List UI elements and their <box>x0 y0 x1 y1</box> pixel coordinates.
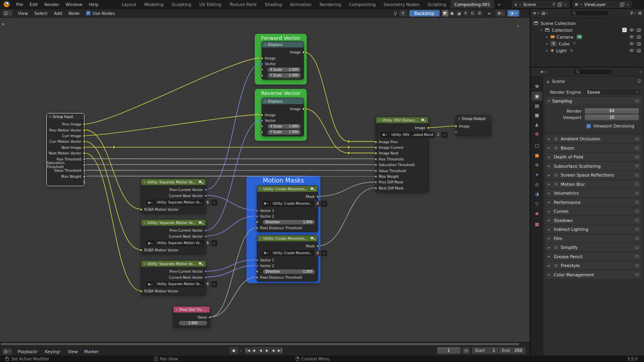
key-next-button[interactable]: ·▶ <box>270 347 277 354</box>
disclosure-closed-icon[interactable]: ▸ <box>545 42 549 45</box>
collapse-chevron-icon[interactable]: ∨ <box>378 119 380 122</box>
panel-freestyle[interactable]: ▸Freestyle <box>545 261 642 269</box>
panel-drag-handle[interactable] <box>635 273 639 276</box>
outliner-item-label[interactable]: Cube <box>559 41 570 46</box>
panel-drag-handle[interactable] <box>635 164 639 168</box>
display-mode-dropdown[interactable]: ▤∨ <box>542 11 549 15</box>
input-socket[interactable] <box>260 57 263 60</box>
workspace-tab-uv-editing[interactable]: UV Editing <box>195 0 225 8</box>
user-count-badge[interactable]: 4 <box>315 250 320 256</box>
workspace-tab-shading[interactable]: Shading <box>261 0 286 8</box>
end-frame-field[interactable]: End 250 <box>499 347 525 354</box>
auto-keying-button[interactable]: ● <box>229 347 238 354</box>
menu-edit[interactable]: Edit <box>27 0 41 8</box>
node-pixel-dist-threshold[interactable]: ∨Pixel Dist ThresholdValue1.000 <box>173 306 210 327</box>
output-socket[interactable] <box>204 229 207 232</box>
number-field-render[interactable]: 64 <box>585 108 639 114</box>
breadcrumb-label[interactable]: Scene <box>552 79 565 84</box>
channel-g-button[interactable]: G <box>469 10 476 16</box>
input-socket[interactable] <box>260 74 263 77</box>
node-displace[interactable]: ∨DisplaceImageImageVectorX Scale1.000Y S… <box>262 98 304 136</box>
close-icon[interactable]: × <box>564 2 567 7</box>
checkbox-unchecked-icon[interactable] <box>554 182 558 186</box>
collapse-chevron-icon[interactable]: ∨ <box>176 308 178 311</box>
panel-drag-handle[interactable] <box>635 146 639 150</box>
menu-render[interactable]: Render <box>41 0 62 8</box>
input-socket[interactable] <box>256 226 258 229</box>
node-header[interactable]: ∨Displace <box>262 98 303 104</box>
output-socket[interactable] <box>83 163 86 166</box>
panel-subsurface-scattering[interactable]: ▸Subsurface Scattering <box>545 162 642 170</box>
disable-in-renders-icon[interactable] <box>637 35 641 39</box>
fake-user-shield-icon[interactable]: ○ <box>321 250 327 256</box>
value-field-x-scale[interactable]: X Scale1.000 <box>268 124 301 129</box>
render-engine-dropdown[interactable]: Eevee ∨ <box>584 88 641 95</box>
menu-select[interactable]: Select <box>31 9 51 17</box>
fake-user-shield-icon[interactable]: ○ <box>321 201 327 207</box>
backdrop-button[interactable]: Backdrop <box>409 10 440 16</box>
output-socket[interactable] <box>83 129 86 132</box>
new-collection-button[interactable]: ⊞ <box>638 11 642 15</box>
checkbox-unchecked-icon[interactable] <box>554 146 558 150</box>
input-socket[interactable] <box>374 181 377 184</box>
collapse-chevron-icon[interactable]: ∨ <box>264 43 266 46</box>
datablock-icon[interactable]: ▣∨ <box>262 250 270 256</box>
properties-tab-collection[interactable]: ▢ <box>532 141 542 150</box>
output-socket[interactable] <box>83 123 86 126</box>
fake-user-shield-icon[interactable]: ○ <box>211 281 217 287</box>
properties-search[interactable] <box>574 69 612 75</box>
sampling-panel-header[interactable]: ▾ Sampling <box>545 97 642 105</box>
collapse-chevron-icon[interactable]: ∨ <box>264 100 266 103</box>
output-socket[interactable] <box>83 134 86 137</box>
node-header[interactable]: ∨Utility: Create Movement Mask▣4 <box>257 186 318 192</box>
pin-icon[interactable] <box>393 11 397 15</box>
input-socket[interactable] <box>260 113 263 116</box>
use-nodes-toggle[interactable]: ✓ Use Nodes <box>86 11 115 16</box>
node-editor-canvas[interactable]: » ‹ Forward VectorReverse VectorMotion M… <box>0 18 530 342</box>
outliner-search-input[interactable] <box>578 11 606 16</box>
channel-b-button[interactable]: B <box>476 10 483 16</box>
scene-selector[interactable]: ◭ ∨ Scene × <box>512 1 569 8</box>
panel-indirect-lighting[interactable]: ▸Indirect Lighting <box>545 225 642 233</box>
input-socket[interactable] <box>374 187 377 189</box>
output-socket[interactable] <box>83 146 86 149</box>
overlays-dropdown[interactable]: ◔∨ <box>508 10 519 16</box>
output-socket[interactable] <box>316 195 319 198</box>
node-group-selector[interactable]: ▣∨Utility: Separate Motion Ve...6○ <box>146 200 217 206</box>
panel-shadows[interactable]: ▸Shadows <box>545 216 642 224</box>
properties-tab-particles[interactable]: ∗ <box>532 170 542 179</box>
outliner-item-label[interactable]: Camera <box>557 35 573 39</box>
node-displace[interactable]: ∨DisplaceImageImageVectorX Scale-1.000Y … <box>262 41 304 80</box>
workspace-tab-animation[interactable]: Animation <box>286 0 316 8</box>
reroute-node[interactable] <box>347 146 350 149</box>
node-utility-separate-motion-vector[interactable]: ∨Utility: Separate Motion Vector▣6Prev-C… <box>141 179 206 214</box>
input-socket[interactable] <box>256 276 258 279</box>
number-field-viewport[interactable]: 16 <box>585 115 639 120</box>
workspace-tab-layout[interactable]: Layout <box>118 0 140 8</box>
properties-tab-material[interactable]: ◉ <box>532 209 542 218</box>
node-group-output[interactable]: ∨Group OutputImage <box>456 115 491 136</box>
chevron-down-icon[interactable]: ∨ <box>240 349 242 352</box>
output-socket[interactable] <box>204 189 207 191</box>
exclude-checkbox[interactable]: ✓ <box>622 28 627 32</box>
menu-keying[interactable]: Keying ∨ <box>42 347 64 356</box>
panel-film[interactable]: ▸Film <box>545 234 642 243</box>
input-socket[interactable] <box>374 169 377 172</box>
node-group-selector[interactable]: ▣∨Utility: HSV ...asked Blend2○ <box>381 132 448 138</box>
group-name[interactable]: Utility: Separate Motion Ve... <box>155 281 204 287</box>
properties-tab-render[interactable]: ▣ <box>532 92 542 101</box>
node-group-selector[interactable]: ▣∨Utility: Create Moveme...4○ <box>262 201 327 207</box>
properties-tab-world[interactable]: ◍ <box>532 129 542 138</box>
node-group-selector[interactable]: ▣∨Utility: Separate Motion Ve...6○ <box>146 240 217 246</box>
menu-view[interactable]: View <box>64 347 81 356</box>
panel-bloom[interactable]: ▸Bloom <box>545 144 642 152</box>
disclosure-closed-icon[interactable]: ▸ <box>545 49 549 52</box>
datablock-icon[interactable]: ▣∨ <box>146 240 155 246</box>
panel-drag-handle[interactable] <box>635 218 639 222</box>
outliner-row-scene-collection[interactable]: Scene Collection <box>530 20 644 27</box>
stopwatch-icon[interactable]: ◷ <box>462 347 470 354</box>
panel-drag-handle[interactable] <box>635 191 639 195</box>
input-socket[interactable] <box>256 264 258 267</box>
value-field-x-scale[interactable]: X Scale-1.000 <box>268 68 301 72</box>
input-socket[interactable] <box>260 131 263 134</box>
